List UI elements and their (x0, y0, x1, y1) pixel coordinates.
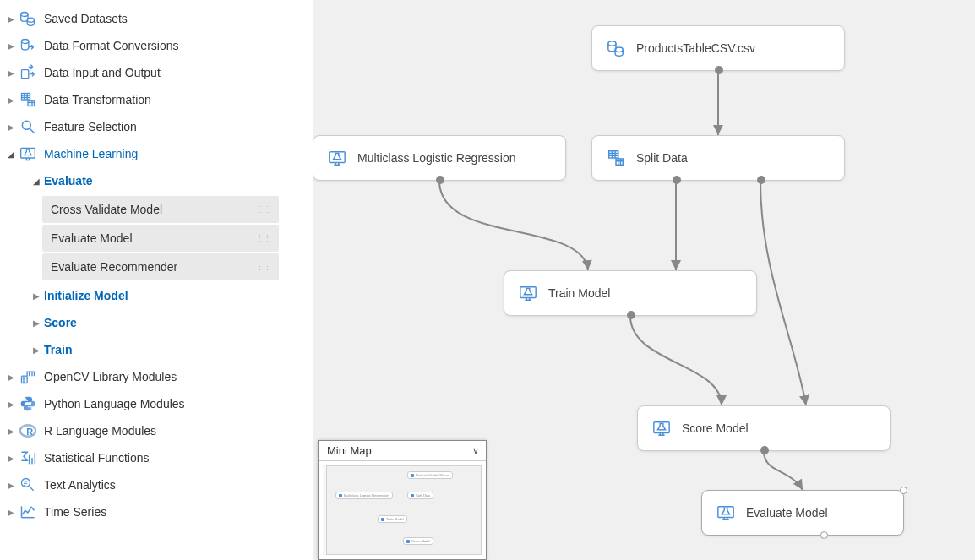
mini-map-title: Mini Map (327, 444, 372, 457)
module-leaf-evaluate-model[interactable]: Evaluate Model ⋮⋮ (42, 225, 279, 252)
line-chart-icon (19, 503, 37, 521)
node-label: Train Model (548, 286, 610, 300)
mini-map-panel[interactable]: Mini Map ∨ ProductsTableCSV.csv Multicla… (318, 440, 487, 560)
tree-item-data-io[interactable]: ▶ Data Input and Output (0, 59, 313, 86)
tree-label: Data Input and Output (44, 66, 313, 79)
table-small-icon (606, 148, 626, 168)
experiment-icon (716, 503, 736, 523)
dataset-arrow-icon (19, 36, 37, 55)
chevron-right-icon: ▶ (30, 344, 42, 356)
leaf-label: Evaluate Model (51, 231, 133, 245)
tree-label: Saved Datasets (44, 12, 313, 25)
data-io-icon (19, 63, 37, 82)
dataset-icon (606, 38, 626, 58)
canvas-node-csv[interactable]: ProductsTableCSV.csv (591, 25, 845, 71)
opencv-icon (19, 367, 37, 386)
chevron-right-icon: ▶ (5, 479, 17, 491)
chevron-right-icon: ▶ (5, 94, 17, 106)
tree-item-machine-learning[interactable]: ◢ Machine Learning (0, 140, 313, 167)
module-palette-sidebar[interactable]: ▶ Saved Datasets ▶ Data Format Conversio… (0, 0, 313, 560)
chevron-right-icon: ▶ (30, 290, 42, 302)
experiment-icon (327, 148, 347, 168)
tree-item-opencv[interactable]: ▶ OpenCV Library Modules (0, 363, 313, 390)
chevron-right-icon: ▶ (5, 40, 17, 52)
canvas-node-mlr[interactable]: Multiclass Logistic Regression (313, 135, 566, 181)
canvas-node-score[interactable]: Score Model (637, 405, 891, 451)
chevron-right-icon: ▶ (5, 398, 17, 410)
leaf-label: Evaluate Recommender (51, 260, 177, 274)
canvas-node-train[interactable]: Train Model (504, 270, 757, 316)
tree-label: Machine Learning (44, 147, 313, 160)
canvas-node-split[interactable]: Split Data (591, 135, 845, 181)
tree-item-text-analytics[interactable]: ▶ Text Analytics (0, 471, 313, 498)
chevron-right-icon: ▶ (30, 317, 42, 329)
chevron-right-icon: ▶ (5, 121, 17, 133)
tree-item-data-transform[interactable]: ▶ Data Transformation (0, 86, 313, 113)
svg-rect-5 (28, 101, 35, 106)
tree-item-time-series[interactable]: ▶ Time Series (0, 498, 313, 525)
chevron-right-icon: ▶ (5, 452, 17, 464)
tree-item-saved-datasets[interactable]: ▶ Saved Datasets (0, 5, 313, 32)
tree-label: OpenCV Library Modules (44, 370, 313, 383)
tree-item-initialize-model[interactable]: ▶ Initialize Model (0, 282, 313, 309)
module-leaf-cross-validate[interactable]: Cross Validate Model ⋮⋮ (42, 196, 279, 223)
tree-label: Data Transformation (44, 93, 313, 106)
experiment-canvas[interactable]: ProductsTableCSV.csv Multiclass Logistic… (313, 0, 975, 560)
svg-point-0 (21, 13, 28, 17)
tree-item-r-lang[interactable]: ▶ R R Language Modules (0, 417, 313, 444)
drag-grip-icon: ⋮⋮ (255, 262, 270, 273)
output-port[interactable] (715, 66, 723, 74)
tree-label: Data Format Conversions (44, 39, 313, 52)
dataset-icon (19, 9, 37, 28)
svg-rect-16 (616, 159, 623, 165)
svg-point-12 (608, 41, 616, 46)
node-label: ProductsTableCSV.csv (636, 41, 755, 55)
svg-text:R: R (26, 427, 33, 437)
drag-grip-icon: ⋮⋮ (255, 204, 270, 215)
output-port[interactable] (627, 311, 635, 319)
chevron-down-icon: ◢ (5, 148, 17, 160)
experiment-icon (518, 283, 538, 303)
table-small-icon (19, 90, 37, 109)
tree-item-stats[interactable]: ▶ Statistical Functions (0, 444, 313, 471)
experiment-icon (651, 418, 672, 438)
svg-point-6 (22, 121, 30, 129)
tree-label: Score (44, 316, 313, 329)
module-leaf-evaluate-recommender[interactable]: Evaluate Recommender ⋮⋮ (42, 253, 279, 280)
output-port[interactable] (757, 176, 765, 184)
experiment-icon (19, 144, 37, 163)
tree-label: Statistical Functions (44, 451, 313, 465)
node-label: Evaluate Model (746, 506, 828, 519)
tree-label: Initialize Model (44, 289, 313, 302)
chevron-down-icon: ∨ (472, 445, 479, 456)
tree-label: Feature Selection (44, 120, 313, 133)
tree-label: Python Language Modules (44, 397, 313, 410)
sigma-bars-icon (19, 449, 37, 467)
tree-label: R Language Modules (44, 424, 313, 438)
selection-handle[interactable] (820, 531, 828, 539)
tree-item-feature-selection[interactable]: ▶ Feature Selection (0, 113, 313, 140)
tree-label: Train (44, 343, 313, 356)
tree-item-evaluate[interactable]: ◢ Evaluate (0, 167, 313, 194)
node-label: Split Data (636, 151, 688, 165)
drag-grip-icon: ⋮⋮ (255, 233, 270, 244)
chevron-right-icon: ▶ (5, 13, 17, 24)
tree-item-data-format[interactable]: ▶ Data Format Conversions (0, 32, 313, 59)
tree-label: Evaluate (44, 174, 313, 188)
output-port[interactable] (436, 176, 444, 184)
output-port[interactable] (673, 176, 681, 184)
canvas-node-evaluate[interactable]: Evaluate Model (701, 490, 904, 536)
mini-map-viewport[interactable]: ProductsTableCSV.csv Multiclass Logistic… (319, 461, 486, 559)
python-icon (19, 394, 37, 413)
tree-item-python[interactable]: ▶ Python Language Modules (0, 390, 313, 417)
tree-item-score[interactable]: ▶ Score (0, 309, 313, 336)
svg-rect-15 (609, 151, 618, 158)
output-port[interactable] (760, 446, 769, 454)
mini-map-header[interactable]: Mini Map ∨ (319, 441, 486, 461)
svg-rect-4 (22, 94, 30, 101)
r-lang-icon: R (19, 421, 37, 440)
chevron-right-icon: ▶ (5, 67, 17, 79)
chevron-right-icon: ▶ (5, 506, 17, 518)
tree-item-train[interactable]: ▶ Train (0, 336, 313, 363)
selection-handle[interactable] (900, 487, 907, 494)
